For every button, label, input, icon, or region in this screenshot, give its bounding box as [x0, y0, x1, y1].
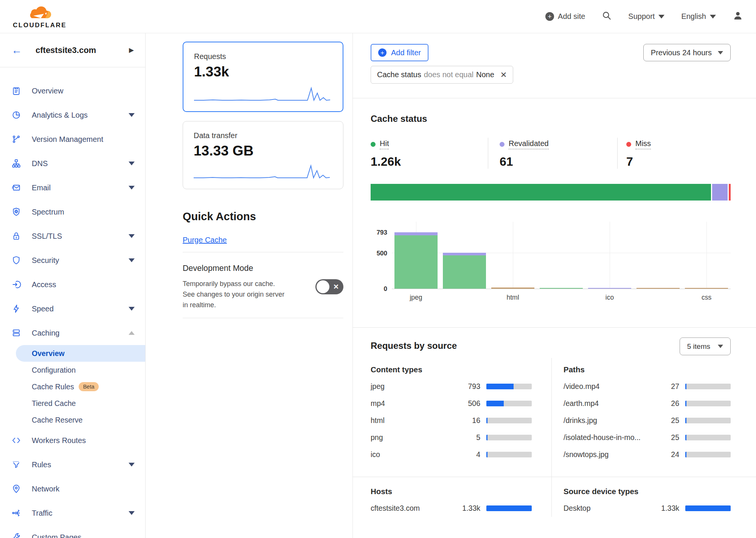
- sidebar-item-label: Workers Routes: [32, 436, 86, 445]
- sidebar-item-traffic[interactable]: Traffic: [0, 501, 145, 525]
- row-value: 24: [653, 450, 679, 459]
- chart-bar[interactable]: [443, 253, 486, 289]
- server-icon: [11, 328, 21, 338]
- back-arrow-icon[interactable]: ←: [11, 45, 22, 56]
- chevron-down-icon: [129, 307, 135, 311]
- cloudflare-dashboard: CLOUDFLARE + Add site Support English: [0, 0, 756, 538]
- sidebar-item-speed[interactable]: Speed: [0, 297, 145, 321]
- cache-stat-miss: Miss7: [617, 138, 731, 169]
- sidebar-item-access[interactable]: Access: [0, 272, 145, 297]
- account-button[interactable]: [733, 10, 743, 23]
- row-bar-fill: [685, 505, 731, 511]
- remove-filter-icon[interactable]: ✕: [500, 70, 507, 79]
- language-menu[interactable]: English: [681, 12, 716, 21]
- sidebar-subitem-caching-configuration[interactable]: Configuration: [16, 362, 145, 378]
- items-count-select[interactable]: 5 items: [680, 337, 731, 355]
- content-type-row: ico4: [371, 446, 532, 463]
- chart-bar-html[interactable]: [491, 288, 534, 289]
- sidebar-item-security[interactable]: Security: [0, 248, 145, 272]
- sidebar-item-network[interactable]: Network: [0, 477, 145, 501]
- x-axis-tick-label: jpeg: [392, 294, 440, 302]
- stacked-bar-segment-miss: [729, 184, 731, 201]
- cache-stat-label[interactable]: Hit: [380, 139, 389, 149]
- row-value: 16: [454, 416, 480, 425]
- sidebar-item-email[interactable]: Email: [0, 176, 145, 200]
- chart-bar[interactable]: [540, 288, 583, 289]
- add-filter-button[interactable]: + Add filter: [371, 44, 428, 61]
- path-row: /drinks.jpg25: [564, 412, 731, 429]
- chart-plot-area: 7935000: [392, 222, 731, 289]
- add-site-button[interactable]: + Add site: [545, 12, 585, 21]
- quick-actions-title: Quick Actions: [183, 210, 343, 223]
- row-label: /video.mp4: [564, 382, 647, 391]
- time-range-select[interactable]: Previous 24 hours: [643, 44, 731, 61]
- chart-bar-jpeg[interactable]: [394, 232, 438, 289]
- support-menu[interactable]: Support: [628, 12, 664, 21]
- row-label: png: [371, 433, 448, 442]
- hosts-rows: cftestsite3.com1.33k: [371, 500, 532, 517]
- path-row: /video.mp427: [564, 378, 731, 395]
- sidebar-item-custom-pages[interactable]: Custom Pages: [0, 525, 145, 538]
- sidebar-item-label: Analytics & Logs: [32, 111, 88, 120]
- sidebar-item-caching[interactable]: Caching: [0, 321, 145, 345]
- chevron-down-icon: [718, 345, 723, 348]
- pie-icon: [11, 110, 21, 120]
- row-value: 25: [653, 433, 679, 442]
- cache-stat-value: 61: [500, 155, 617, 169]
- search-button[interactable]: [602, 11, 612, 22]
- toggle-off-x-icon: ✕: [333, 283, 339, 291]
- row-value: 5: [454, 433, 480, 442]
- chart-bar-ico[interactable]: [588, 288, 631, 289]
- purge-cache-link[interactable]: Purge Cache: [183, 236, 227, 244]
- bar-segment-none: [491, 288, 534, 289]
- cache-stat-label[interactable]: Revalidated: [509, 139, 549, 149]
- sidebar-item-label: Security: [32, 256, 59, 265]
- sidebar-item-label: Overview: [32, 87, 63, 95]
- sidebar-subitem-caching-cache-rules[interactable]: Cache RulesBeta: [16, 378, 145, 395]
- row-value: 27: [653, 382, 679, 391]
- support-label: Support: [628, 12, 655, 21]
- sidebar-item-analytics-logs[interactable]: Analytics & Logs: [0, 103, 145, 127]
- search-icon: [602, 11, 612, 22]
- sidebar-subitem-caching-tiered-cache[interactable]: Tiered Cache: [16, 395, 145, 412]
- y-axis-tick-label: 793: [377, 229, 387, 236]
- chevron-up-icon: [129, 331, 135, 335]
- sidebar-item-version-management[interactable]: Version Management: [0, 127, 145, 151]
- chart-bar-css[interactable]: [685, 288, 728, 289]
- sidebar-item-spectrum[interactable]: Spectrum: [0, 200, 145, 224]
- row-bar-fill: [486, 505, 532, 511]
- toggle-knob: [317, 280, 329, 293]
- sidebar-item-rules[interactable]: Rules: [0, 452, 145, 477]
- chevron-down-icon: [129, 113, 135, 117]
- sidebar-subitem-caching-cache-reserve[interactable]: Cache Reserve: [16, 412, 145, 428]
- bar-segment-hit: [394, 235, 438, 289]
- sidebar-item-label: Version Management: [32, 135, 103, 144]
- pin-icon: [11, 484, 21, 494]
- sidebar-item-workers-routes[interactable]: Workers Routes: [0, 428, 145, 452]
- sidebar-subitem-caching-overview[interactable]: Overview: [16, 345, 145, 362]
- development-mode-toggle[interactable]: ✕: [315, 279, 343, 294]
- row-label: /snowtops.jpg: [564, 450, 647, 459]
- chevron-down-icon: [710, 15, 716, 19]
- requests-metric-card[interactable]: Requests 1.33k: [183, 42, 343, 112]
- requests-by-source-header: Requests by source 5 items: [371, 328, 731, 355]
- chevron-down-icon: [658, 15, 664, 19]
- cloudflare-logo[interactable]: CLOUDFLARE: [13, 5, 67, 28]
- filter-chip[interactable]: Cache status does not equal None ✕: [371, 66, 513, 84]
- chart-bar[interactable]: [636, 288, 680, 289]
- sidebar-item-dns[interactable]: DNS: [0, 151, 145, 176]
- divider: [183, 318, 343, 318]
- row-bar-track: [685, 418, 731, 423]
- chevron-down-icon: [718, 51, 723, 54]
- site-switcher-icon[interactable]: ▶: [129, 46, 134, 54]
- stacked-bar-segment-revalidated: [712, 184, 729, 201]
- x-axis-tick-label: [537, 294, 585, 302]
- content-types-column: Content types jpeg793mp4506html16png5ico…: [371, 355, 551, 463]
- revalidated-dot-icon: [500, 142, 505, 147]
- cache-stat-label[interactable]: Miss: [635, 139, 651, 149]
- sidebar-item-label: Spectrum: [32, 208, 64, 216]
- data-transfer-metric-card[interactable]: Data transfer 13.33 GB: [183, 121, 343, 189]
- sidebar-item-ssl-tls[interactable]: SSL/TLS: [0, 224, 145, 248]
- sidebar-item-overview[interactable]: Overview: [0, 79, 145, 103]
- path-row: /earth.mp426: [564, 395, 731, 412]
